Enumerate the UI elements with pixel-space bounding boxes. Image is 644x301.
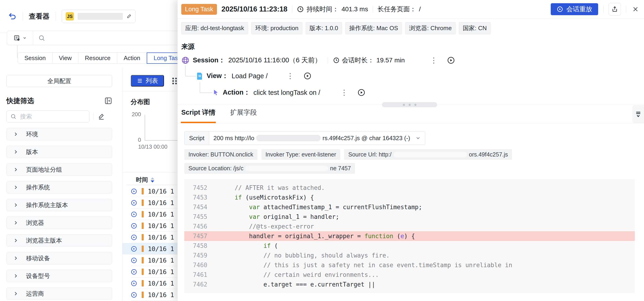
script-meta-tag: Source Url: http:/ors.49f4c257.js <box>344 149 512 160</box>
filter-item[interactable]: 浏览器主版本 <box>6 234 112 247</box>
action-more-icon[interactable]: ⋮ <box>338 89 350 96</box>
explorer-tab-action[interactable]: Action <box>117 52 147 64</box>
action-play-icon[interactable] <box>358 89 365 96</box>
filter-search-input[interactable] <box>20 113 98 120</box>
filter-item[interactable]: 操作系统 <box>6 181 112 194</box>
more-options-icon[interactable] <box>171 77 177 85</box>
row-time: 10/16 1 <box>148 268 174 276</box>
session-replay-button[interactable]: 会话重放 <box>551 3 598 15</box>
replay-row-icon[interactable] <box>131 269 137 275</box>
close-icon[interactable] <box>631 5 640 13</box>
query-type-dropdown[interactable] <box>7 31 33 45</box>
session-play-icon[interactable] <box>447 56 455 64</box>
code-text: // this is just a safety net in case eve… <box>220 260 512 270</box>
edit-icon[interactable] <box>126 14 132 19</box>
line-number: 7462 <box>184 280 207 289</box>
table-row[interactable]: 10/16 1 <box>122 232 177 243</box>
filter-item[interactable]: 页面地址分组 <box>6 163 112 176</box>
row-time: 10/16 1 <box>148 291 174 299</box>
source-code-viewer[interactable]: 7452 // AFTER it was attached.7453 if (u… <box>184 179 635 293</box>
table-row[interactable]: 10/16 1 <box>122 266 177 278</box>
replay-row-icon[interactable] <box>131 280 137 287</box>
replay-row-icon[interactable] <box>131 211 137 218</box>
filter-item[interactable]: 操作系统主版本 <box>6 199 112 211</box>
source-tree: Session： 2025/10/16 11:16:00（6 天前） 会话时长：… <box>178 54 644 105</box>
event-timestamp: 2025/10/16 11:23:18 <box>222 5 288 13</box>
detail-tab-script-detail[interactable]: Script 详情 <box>181 108 215 123</box>
explorer-tab-session[interactable]: Session <box>18 52 52 64</box>
table-row[interactable]: 10/16 1 <box>122 186 177 197</box>
table-row[interactable]: 10/16 1 <box>122 197 177 209</box>
source-action-row: Action： click test longTask on / ⋮ <box>212 86 365 99</box>
back-icon[interactable] <box>8 12 16 20</box>
code-text: var original_1 = handler; <box>220 212 339 222</box>
explorer-tab-resource[interactable]: Resource <box>78 52 117 64</box>
table-row[interactable]: 10/16 1 <box>122 209 177 220</box>
replay-row-icon[interactable] <box>131 200 137 206</box>
long-task-detail-panel: Long Task 2025/10/16 11:23:18 持续时间：401.3… <box>177 0 644 301</box>
table-row[interactable]: 10/16 1 <box>122 220 177 232</box>
collapse-panel-icon[interactable] <box>104 97 112 105</box>
filter-item[interactable]: 设备型号 <box>6 270 112 282</box>
filter-item[interactable]: 环境 <box>6 128 112 140</box>
chevron-right-icon <box>13 256 18 261</box>
script-select-value: 200 ms http://lo rs.49f4c257.js @ char 1… <box>209 131 425 145</box>
redacted-url-segment <box>256 135 320 141</box>
expand-fields-icon[interactable] <box>632 105 644 123</box>
filter-label: 浏览器主版本 <box>26 237 62 245</box>
code-text: e.target === e.currentTarget || <box>220 280 375 289</box>
resize-drag-handle[interactable] <box>382 102 437 107</box>
long-task-bar <box>142 211 144 218</box>
filter-item[interactable]: 移动设备 <box>6 252 112 265</box>
detail-tab-extended-fields[interactable]: 扩展字段 <box>230 108 257 123</box>
edit-filters-icon[interactable] <box>98 113 105 120</box>
page-title: 查看器 <box>29 12 50 21</box>
replay-row-icon[interactable] <box>131 188 137 194</box>
chevron-right-icon <box>13 238 18 243</box>
detail-tabs: Script 详情扩展字段 <box>181 105 257 123</box>
code-text: if (useMicrotaskFix) { <box>220 193 314 202</box>
replay-row-icon[interactable] <box>131 234 137 241</box>
filter-item[interactable]: 浏览器 <box>6 217 112 229</box>
tree-connector <box>200 82 212 93</box>
global-config-button[interactable]: 全局配置 <box>6 75 112 87</box>
filter-item[interactable]: 运营商 <box>6 288 112 300</box>
redacted-segment <box>394 152 467 157</box>
top-header: 查看器 JS <box>0 0 177 33</box>
table-row[interactable]: 10/16 1 <box>122 289 177 301</box>
code-text: var attachedTimestamp_1 = currentFlushTi… <box>220 202 422 212</box>
line-number: 7455 <box>184 212 207 222</box>
row-time: 10/16 1 <box>148 188 174 195</box>
list-view-toggle-button[interactable]: 列表 <box>131 75 164 86</box>
script-select-dropdown[interactable]: Script 200 ms http://lo rs.49f4c257.js @… <box>184 131 425 145</box>
table-header-time[interactable]: 时间 <box>136 176 154 184</box>
table-row[interactable]: 10/16 1 <box>122 243 177 255</box>
sort-icon[interactable] <box>151 177 154 183</box>
share-button[interactable] <box>608 3 621 15</box>
script-meta-tag: Source Location: /js/cne 7457 <box>184 163 355 174</box>
divider <box>122 91 177 91</box>
app-selector-dropdown[interactable]: JS <box>62 10 136 23</box>
header-divider <box>56 12 56 21</box>
table-row[interactable]: 10/16 1 <box>122 278 177 289</box>
table-row[interactable]: 10/16 1 <box>122 255 177 266</box>
y-axis-tick-zero: 0 <box>127 137 141 143</box>
view-more-icon[interactable]: ⋮ <box>285 72 296 80</box>
filter-search-box[interactable] <box>6 110 89 122</box>
filter-label: 操作系统 <box>26 183 50 191</box>
search-icon <box>38 34 45 41</box>
code-text: //@ts-expect-error <box>220 222 314 231</box>
replay-row-icon[interactable] <box>131 292 137 298</box>
app-name-redacted <box>78 13 123 20</box>
row-time: 10/16 1 <box>148 234 174 241</box>
replay-row-icon[interactable] <box>131 223 137 229</box>
row-time: 10/16 1 <box>148 211 174 218</box>
replay-row-icon[interactable] <box>131 257 137 264</box>
chevron-down-icon <box>415 135 421 141</box>
session-more-icon[interactable]: ⋮ <box>428 57 439 64</box>
view-play-icon[interactable] <box>304 72 312 80</box>
filter-item[interactable]: 版本 <box>6 146 112 158</box>
replay-row-icon[interactable] <box>131 246 137 252</box>
script-select-label: Script <box>184 131 209 145</box>
explorer-tab-view[interactable]: View <box>52 52 78 64</box>
